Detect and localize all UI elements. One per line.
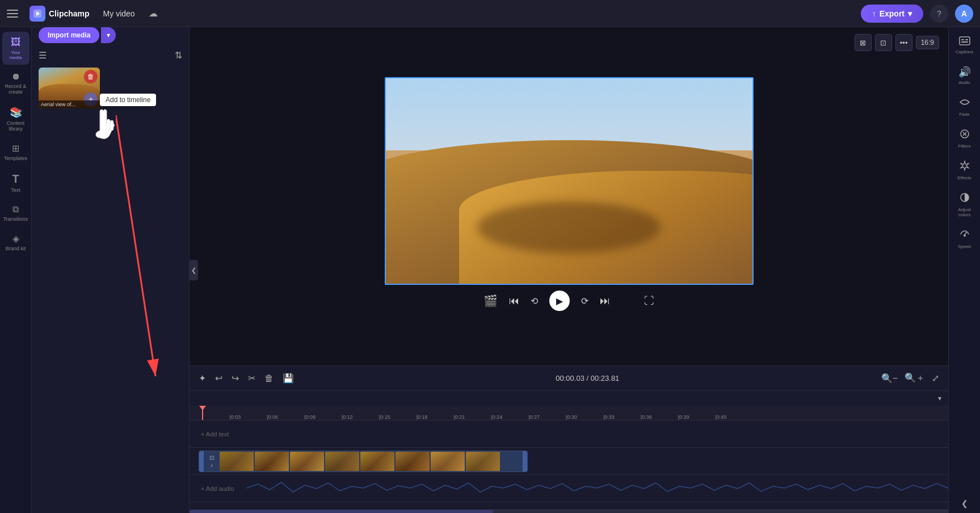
cut-button[interactable]: ✂: [246, 371, 258, 386]
svg-line-13: [965, 232, 967, 234]
sidebar-label-your-media: Your media: [5, 50, 27, 60]
add-audio-label[interactable]: + Add audio: [190, 485, 234, 492]
zoom-in-button[interactable]: 🔍＋: [902, 370, 927, 386]
crop-button[interactable]: ⊠: [855, 34, 872, 51]
speed-label: Speed: [958, 244, 971, 249]
help-button[interactable]: ?: [930, 5, 948, 23]
delete-button[interactable]: 🗑: [262, 371, 276, 386]
resize-handle-tl[interactable]: [385, 77, 390, 83]
export-dropdown-icon: ▾: [908, 9, 912, 18]
add-to-timeline-tooltip: Add to timeline: [100, 94, 156, 106]
fit-to-screen-button[interactable]: ⤢: [929, 370, 941, 386]
sidebar-item-brand-kit[interactable]: ◈ Brand kit: [2, 229, 30, 256]
timeline-ruler: | |0:03 |0:06 |0:09 |0:12 |0:15 |0:18 |0…: [190, 406, 948, 421]
sort-icon[interactable]: ⇅: [175, 50, 182, 61]
clip-icons: ⊡ ♪: [204, 455, 220, 468]
zoom-out-button[interactable]: 🔍−: [879, 370, 900, 386]
resize-handle-br[interactable]: [748, 279, 754, 285]
video-track-row: ⊡ ♪: [190, 448, 948, 475]
sidebar-item-audio[interactable]: 🔊 Audio: [951, 61, 978, 90]
capture-button[interactable]: 🎬: [483, 294, 498, 308]
sidebar-item-templates[interactable]: ⊞ Templates: [2, 138, 30, 166]
add-text-label[interactable]: + Add text: [190, 431, 229, 438]
export-button[interactable]: ↑ Export ▾: [861, 5, 923, 23]
media-item-aerial-view[interactable]: 🗑 ＋ Aerial view of...: [39, 68, 100, 108]
sidebar-label-record-create: Record & create: [5, 83, 27, 95]
fullscreen-button[interactable]: ⛶: [644, 295, 654, 307]
sidebar-item-record-create[interactable]: ⏺ Record & create: [2, 67, 30, 99]
video-track: ⊡ ♪: [190, 448, 948, 475]
resize-handle-bl[interactable]: [385, 279, 390, 285]
import-media-button[interactable]: Import media: [39, 27, 99, 43]
media-panel: Import media ▾ ☰ ⇅ 🗑 ＋ Aerial view of...…: [32, 27, 190, 513]
sidebar-item-text[interactable]: T Text: [2, 168, 30, 197]
app-logo: Clipchamp: [30, 6, 90, 22]
filter-icon[interactable]: ☰: [39, 50, 47, 61]
clip-right-handle[interactable]: [523, 451, 527, 472]
pip-button[interactable]: ⊡: [875, 34, 892, 51]
hamburger-menu-icon[interactable]: [7, 6, 23, 22]
sidebar-item-captions[interactable]: Captions: [951, 32, 978, 59]
filters-icon: [959, 128, 970, 142]
frame-1: [220, 452, 254, 471]
more-options-button[interactable]: •••: [895, 34, 912, 51]
sidebar-item-transitions[interactable]: ⧉ Transitions: [2, 200, 30, 226]
project-name[interactable]: My video: [99, 7, 140, 20]
resize-handle-tr[interactable]: [748, 77, 754, 83]
timeline-expand-button[interactable]: ▾: [936, 392, 944, 405]
skip-back-button[interactable]: ⏮: [509, 295, 519, 307]
right-sidebar: Captions 🔊 Audio Fade Filters: [948, 27, 980, 513]
timeline-time-display: 00:00.03 / 00:23.81: [301, 374, 874, 382]
play-button[interactable]: ▶: [549, 291, 570, 311]
sidebar-item-your-media[interactable]: 🖼 Your media: [2, 32, 30, 65]
undo-button[interactable]: ↩: [213, 371, 225, 386]
fast-forward-button[interactable]: ⟳: [581, 296, 588, 306]
timeline-playhead[interactable]: [202, 406, 203, 420]
left-sidebar: 🖼 Your media ⏺ Record & create 📚 Content…: [0, 27, 32, 513]
effects-label: Effects: [957, 175, 971, 180]
video-clip[interactable]: ⊡ ♪: [199, 451, 528, 472]
save-button[interactable]: 💾: [280, 371, 296, 386]
fade-label: Fade: [959, 112, 969, 117]
sidebar-item-effects[interactable]: Effects: [951, 155, 978, 185]
content-library-icon: 📚: [10, 106, 22, 119]
speed-icon: [959, 229, 970, 242]
collapse-panel-button[interactable]: ❮: [189, 260, 198, 280]
audio-icon: 🔊: [958, 66, 971, 78]
export-label: Export: [880, 9, 905, 18]
preview-video-frame: [386, 78, 752, 284]
media-item-label: Aerial view of...: [39, 100, 100, 108]
redo-button[interactable]: ↪: [229, 371, 241, 386]
app-name: Clipchamp: [49, 9, 90, 18]
sidebar-item-fade[interactable]: Fade: [951, 92, 978, 121]
clip-left-handle[interactable]: [199, 451, 204, 472]
skip-forward-button[interactable]: ⏭: [600, 295, 610, 307]
clip-frames: [220, 451, 523, 472]
mute-icon[interactable]: ⊡: [209, 455, 214, 461]
user-avatar[interactable]: A: [955, 5, 973, 23]
import-media-dropdown-button[interactable]: ▾: [101, 27, 116, 43]
brand-kit-icon: ◈: [12, 233, 19, 244]
templates-icon: ⊞: [12, 143, 19, 154]
delete-media-icon[interactable]: 🗑: [84, 70, 98, 83]
sidebar-item-adjust-colors[interactable]: Adjust colors: [951, 187, 978, 222]
main-layout: 🖼 Your media ⏺ Record & create 📚 Content…: [0, 27, 980, 513]
effects-icon: [959, 160, 970, 174]
magic-edit-button[interactable]: ✦: [196, 371, 208, 386]
audio-track-row: + Add audio: [190, 475, 948, 502]
timeline-area: ✦ ↩ ↪ ✂ 🗑 💾 00:00.03 / 00:23.81 🔍− 🔍＋ ⤢: [190, 365, 948, 513]
sidebar-item-content-library[interactable]: 📚 Content library: [2, 102, 30, 136]
collapse-right-sidebar[interactable]: ❮: [961, 498, 968, 508]
media-toolbar: ☰ ⇅: [32, 48, 189, 65]
rotate-handle[interactable]: ↻: [563, 284, 575, 285]
frame-2: [255, 452, 289, 471]
timeline-scrollbar[interactable]: [190, 510, 948, 513]
timeline-scroll-thumb[interactable]: [190, 510, 493, 513]
rewind-button[interactable]: ⟲: [531, 296, 538, 306]
transitions-icon: ⧉: [12, 204, 19, 215]
aspect-ratio-badge: 16:9: [916, 36, 939, 49]
sidebar-item-speed[interactable]: Speed: [951, 224, 978, 254]
cursor-hand-overlay: [93, 106, 127, 148]
clipchamp-logo-icon: [30, 6, 45, 22]
sidebar-item-filters[interactable]: Filters: [951, 124, 978, 153]
